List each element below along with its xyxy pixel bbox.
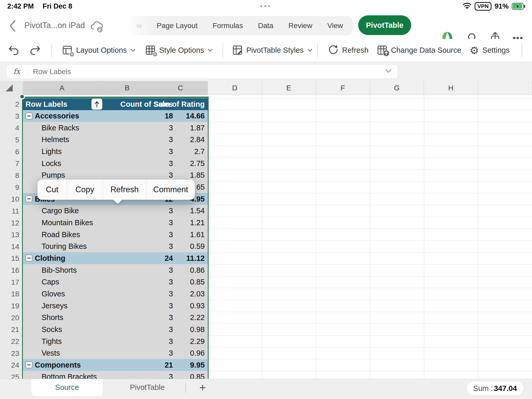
pivot-cell-label[interactable]: Gloves xyxy=(42,288,65,300)
pivot-cell-rating[interactable]: 0.93 xyxy=(153,300,205,312)
row-number-13[interactable]: 13 xyxy=(0,231,19,239)
row-number-20[interactable]: 20 xyxy=(0,314,19,322)
pivot-row-locks[interactable]: Locks32.75 xyxy=(23,157,208,169)
column-header-H[interactable]: H xyxy=(424,81,478,95)
document-title[interactable]: PivotTa...on iPad xyxy=(24,21,85,30)
row-number-6[interactable]: 6 xyxy=(0,148,19,156)
refresh-button[interactable]: Refresh xyxy=(328,39,369,62)
pivot-row-gloves[interactable]: Gloves32.03 xyxy=(23,288,208,300)
pivot-cell-label[interactable]: Shorts xyxy=(42,312,63,324)
row-number-11[interactable]: 11 xyxy=(0,207,19,215)
pivot-cell-label[interactable]: Clothing xyxy=(35,252,65,264)
pivot-cell-rating[interactable]: 11.12 xyxy=(153,252,205,264)
sort-filter-button[interactable] xyxy=(91,99,102,110)
pivot-cell-label[interactable]: Locks xyxy=(42,157,61,169)
pivot-header-row[interactable]: Row LabelsCount of SalesSum of Rating xyxy=(23,98,208,110)
pivot-cell-rating[interactable]: 14.66 xyxy=(153,110,205,122)
row-number-16[interactable]: 16 xyxy=(0,266,19,275)
context-menu-refresh[interactable]: Refresh xyxy=(103,179,147,200)
formula-bar[interactable]: fx Row Labels xyxy=(7,64,398,79)
pivot-cell-label[interactable]: Road Bikes xyxy=(42,229,80,241)
pivot-cell-label[interactable]: Jerseys xyxy=(42,300,68,312)
pivot-cell-label[interactable]: Helmets xyxy=(42,134,69,146)
pivot-row-vests[interactable]: Vests30.96 xyxy=(23,347,208,359)
row-number-8[interactable]: 8 xyxy=(0,171,19,180)
pivot-cell-rating[interactable]: 2.22 xyxy=(153,312,205,324)
ribbon-tab-formulas[interactable]: Formulas xyxy=(212,22,243,30)
ribbon-tab-view[interactable]: View xyxy=(327,22,343,30)
column-header-G[interactable]: G xyxy=(370,81,424,95)
formula-value[interactable]: Row Labels xyxy=(33,68,71,76)
pivot-row-jerseys[interactable]: Jerseys30.93 xyxy=(23,300,208,312)
ribbon-tab-data[interactable]: Data xyxy=(258,22,273,30)
row-number-14[interactable]: 14 xyxy=(0,243,19,251)
pivot-cell-rating[interactable]: 0.85 xyxy=(153,371,205,379)
select-all-corner[interactable] xyxy=(0,81,23,95)
pivot-cell-rating[interactable]: 0.98 xyxy=(153,323,205,335)
row-number-22[interactable]: 22 xyxy=(0,337,19,346)
status-sum-badge[interactable]: Sum : 347.04 xyxy=(466,381,524,396)
pivottable-styles-button[interactable]: PivotTable Styles xyxy=(232,39,312,62)
row-number-19[interactable]: 19 xyxy=(0,302,19,310)
pivot-cell-rating[interactable]: 2.84 xyxy=(153,134,205,146)
row-number-24[interactable]: 24 xyxy=(0,361,19,369)
pivot-cell-rating[interactable]: 1.21 xyxy=(153,217,205,229)
pivot-cell-label[interactable]: Bottom Brackets xyxy=(42,371,97,379)
pivot-cell-label[interactable]: Components xyxy=(35,359,81,371)
row-number-9[interactable]: 9 xyxy=(0,183,19,192)
pivot-row-cargo-bike[interactable]: Cargo Bike31.54 xyxy=(23,205,208,217)
ribbon-tab-page-layout[interactable]: Page Layout xyxy=(157,22,197,30)
settings-button[interactable]: ⚙ Settings xyxy=(470,39,510,62)
ribbon-tab-w[interactable]: w xyxy=(136,22,142,30)
pivot-cell-label[interactable]: Accessories xyxy=(35,110,79,122)
row-number-12[interactable]: 12 xyxy=(0,219,19,227)
row-number-17[interactable]: 17 xyxy=(0,278,19,287)
pivot-row-bib-shorts[interactable]: Bib-Shorts30.86 xyxy=(23,264,208,276)
pivot-cell-rating[interactable]: 0.86 xyxy=(153,264,205,276)
context-menu-comment[interactable]: Comment xyxy=(147,179,195,200)
pivot-cell-label[interactable]: Bib-Shorts xyxy=(42,264,77,276)
pivot-row-clothing[interactable]: Clothing2411.12 xyxy=(23,252,208,264)
context-menu-copy[interactable]: Copy xyxy=(67,179,103,200)
pivot-row-components[interactable]: Components219.95 xyxy=(23,359,208,371)
pivot-cell-rating[interactable]: 2.29 xyxy=(153,335,205,347)
pivot-cell-rating[interactable]: 0.59 xyxy=(153,241,205,252)
pivot-row-caps[interactable]: Caps30.85 xyxy=(23,276,208,288)
pivot-cell-rating[interactable]: 1.87 xyxy=(153,122,205,134)
ribbon-tab-review[interactable]: Review xyxy=(288,22,312,30)
pivot-row-touring-bikes[interactable]: Touring Bikes30.59 xyxy=(23,241,208,252)
pivot-header-sum-of-rating[interactable]: Sum of Rating xyxy=(153,98,205,110)
pivot-row-bottom-brackets[interactable]: Bottom Brackets30.85 xyxy=(23,371,208,379)
pivot-table[interactable]: Row LabelsCount of SalesSum of RatingAcc… xyxy=(23,98,208,379)
pivot-cell-label[interactable]: Cargo Bike xyxy=(42,205,79,217)
pivot-cell-label[interactable]: Tights xyxy=(42,335,62,347)
pivot-row-shorts[interactable]: Shorts32.22 xyxy=(23,312,208,324)
pivot-cell-rating[interactable]: 1.54 xyxy=(153,205,205,217)
column-header-F[interactable]: F xyxy=(316,81,370,95)
row-number-15[interactable]: 15 xyxy=(0,254,19,263)
redo-button[interactable] xyxy=(29,39,41,62)
multitask-dots-icon[interactable]: ••• xyxy=(0,2,532,10)
style-options-button[interactable]: ⚙ Style Options xyxy=(145,39,212,62)
context-menu-cut[interactable]: Cut xyxy=(37,179,67,200)
row-number-25[interactable]: 25 xyxy=(0,373,19,379)
pivot-cell-label[interactable]: Vests xyxy=(42,347,60,359)
pivot-cell-rating[interactable]: 0.96 xyxy=(153,347,205,359)
row-number-10[interactable]: 10 xyxy=(0,195,19,203)
row-number-2[interactable]: 2 xyxy=(0,100,19,109)
pivot-cell-label[interactable]: Mountain Bikes xyxy=(42,217,93,229)
pivot-cell-rating[interactable]: 2.03 xyxy=(153,288,205,300)
pivot-row-tights[interactable]: Tights32.29 xyxy=(23,335,208,347)
formula-expand-chevron-icon[interactable] xyxy=(385,69,392,74)
row-number-4[interactable]: 4 xyxy=(0,124,19,132)
pivot-row-mountain-bikes[interactable]: Mountain Bikes31.21 xyxy=(23,217,208,229)
column-header-partial[interactable] xyxy=(478,81,532,95)
pivot-cell-rating[interactable]: 2.75 xyxy=(153,157,205,169)
pivot-cell-label[interactable]: Touring Bikes xyxy=(42,241,87,252)
undo-button[interactable] xyxy=(8,39,20,62)
row-number-18[interactable]: 18 xyxy=(0,290,19,298)
pivot-cell-label[interactable]: Socks xyxy=(42,323,62,335)
column-header-A[interactable]: A xyxy=(23,81,101,95)
pivot-row-accessories[interactable]: Accessories1814.66 xyxy=(23,110,208,122)
pivot-row-lights[interactable]: Lights32.7 xyxy=(23,146,208,158)
